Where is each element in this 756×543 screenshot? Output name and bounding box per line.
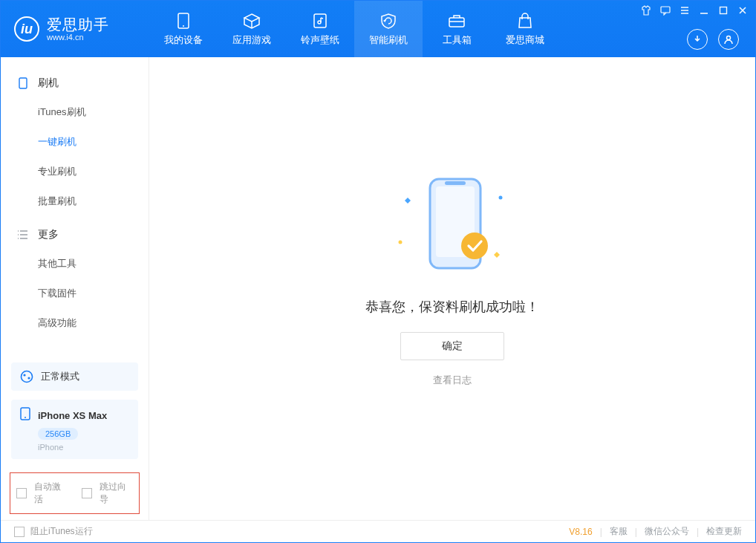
brand-text: 爱思助手 www.i4.cn [47,16,109,42]
footer-link-update[interactable]: 检查更新 [706,525,742,538]
tab-my-device[interactable]: 我的设备 [149,1,218,57]
svg-point-19 [499,196,503,200]
checkbox-auto-activate[interactable] [16,488,27,498]
svg-rect-6 [449,18,464,27]
download-button[interactable] [687,29,708,50]
mode-card[interactable]: 正常模式 [11,362,138,391]
sidebar-foot-options: 自动激活 跳过向导 [10,472,140,514]
account-button[interactable] [718,29,739,50]
device-icon [17,77,29,89]
maximize-button[interactable] [718,5,729,16]
tab-label: 铃声壁纸 [301,33,339,47]
svg-marker-16 [405,198,411,204]
menu-icon[interactable] [680,5,690,16]
refresh-shield-icon [380,11,397,30]
svg-point-15 [25,417,26,418]
minimize-button[interactable] [699,5,709,16]
svg-marker-2 [244,14,259,22]
sidebar-item-batch-flash[interactable]: 批量刷机 [1,186,149,216]
sidebar-group-label: 刷机 [38,77,59,90]
sidebar-group-flash: 刷机 [1,69,149,97]
checkbox-label: 自动激活 [34,481,68,506]
svg-point-11 [22,371,33,383]
tab-apps-games[interactable]: 应用游戏 [218,1,286,57]
mode-icon [20,370,33,383]
svg-point-23 [461,233,488,259]
footer-link-support[interactable]: 客服 [610,525,628,538]
brand-title: 爱思助手 [47,16,109,33]
checkbox-skip-guide[interactable] [82,488,92,498]
tab-smart-flash[interactable]: 智能刷机 [354,1,423,57]
tab-label: 应用游戏 [232,33,271,47]
cube-icon [243,11,261,30]
close-button[interactable] [737,5,748,16]
device-name: iPhone XS Max [38,410,107,421]
svg-point-12 [23,374,25,376]
svg-marker-5 [383,19,385,22]
confirm-button[interactable]: 确定 [400,332,504,360]
view-log-link[interactable]: 查看日志 [433,374,472,387]
sidebar-group-more: 更多 [1,221,149,249]
skin-icon[interactable] [641,5,651,16]
device-capacity: 256GB [38,428,78,440]
svg-rect-9 [720,7,727,14]
brand-logo-icon: iu [14,16,39,42]
svg-point-4 [318,21,321,24]
sidebar: 刷机 iTunes刷机 一键刷机 专业刷机 批量刷机 更多 其他工具 下载固件 … [1,57,149,520]
success-message: 恭喜您，保资料刷机成功啦！ [365,298,539,316]
svg-marker-17 [494,252,500,258]
checkbox-label: 跳过向导 [100,481,134,506]
device-type: iPhone [38,443,129,452]
footer-block-itunes-label: 阻止iTunes运行 [30,525,93,538]
svg-rect-22 [445,181,466,185]
sidebar-item-oneclick-flash[interactable]: 一键刷机 [1,127,149,157]
tab-label: 智能刷机 [369,33,408,47]
app-window: iu 爱思助手 www.i4.cn 我的设备 应用游戏 铃声壁纸 智能刷机 [0,0,756,543]
success-illustration-icon [385,172,519,283]
brand-url: www.i4.cn [47,33,109,42]
result-panel: 恭喜您，保资料刷机成功啦！ 确定 查看日志 [365,172,539,387]
window-controls [641,5,748,16]
brand: iu 爱思助手 www.i4.cn [1,1,149,57]
tab-label: 我的设备 [164,33,203,47]
svg-point-18 [399,241,403,244]
svg-point-1 [183,25,184,27]
device-card[interactable]: iPhone XS Max 256GB iPhone [11,400,138,459]
main-content: 恭喜您，保资料刷机成功啦！ 确定 查看日志 [149,57,755,520]
tab-toolbox[interactable]: 工具箱 [423,1,491,57]
tab-ringtones-wallpapers[interactable]: 铃声壁纸 [286,1,354,57]
phone-outline-icon [20,407,30,423]
version-label: V8.16 [569,527,592,537]
svg-point-7 [727,36,731,40]
sidebar-item-itunes-flash[interactable]: iTunes刷机 [1,97,149,127]
tab-store[interactable]: 爱思商城 [491,1,559,57]
footer-link-wechat[interactable]: 微信公众号 [645,525,689,538]
toolbox-icon [448,11,466,30]
sidebar-item-pro-flash[interactable]: 专业刷机 [1,157,149,186]
body: 刷机 iTunes刷机 一键刷机 专业刷机 批量刷机 更多 其他工具 下载固件 … [1,57,755,520]
checkbox-block-itunes[interactable] [14,527,25,537]
shopping-bag-icon [518,11,532,30]
svg-point-13 [27,377,30,379]
svg-rect-8 [661,7,670,13]
tab-label: 爱思商城 [506,33,544,47]
sidebar-item-advanced[interactable]: 高级功能 [1,308,149,338]
sidebar-item-other-tools[interactable]: 其他工具 [1,249,149,279]
header-tabs: 我的设备 应用游戏 铃声壁纸 智能刷机 工具箱 爱思商城 [149,1,559,57]
tab-label: 工具箱 [443,33,472,47]
feedback-icon[interactable] [660,5,671,16]
header-right [687,29,739,50]
sidebar-item-download-firmware[interactable]: 下载固件 [1,279,149,308]
list-icon [17,229,29,241]
footer: 阻止iTunes运行 V8.16 | 客服 | 微信公众号 | 检查更新 [1,520,755,542]
sidebar-group-label: 更多 [38,228,59,241]
svg-rect-10 [19,78,27,88]
music-file-icon [313,11,328,30]
mode-label: 正常模式 [41,370,79,383]
phone-icon [177,11,189,30]
header: iu 爱思助手 www.i4.cn 我的设备 应用游戏 铃声壁纸 智能刷机 [1,1,755,57]
